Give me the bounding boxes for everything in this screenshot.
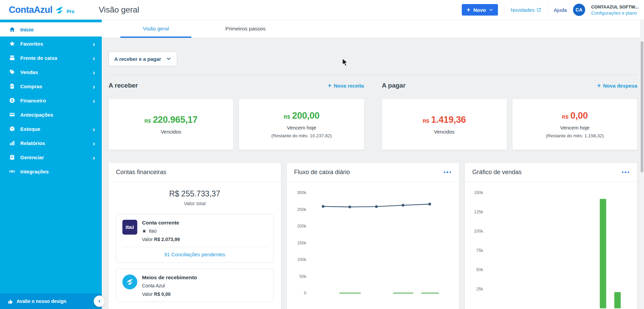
panel-menu-button[interactable] (621, 169, 630, 175)
month-remaining-note: (Restante do mês: 1.158,32) (546, 133, 604, 138)
header-divider (504, 5, 504, 14)
filter-dropdown-label: A receber e a pagar (114, 56, 161, 62)
sidebar-item-label: Início (20, 27, 33, 32)
sidebar-item-label: Financeiro (20, 98, 46, 103)
card-icon (9, 111, 16, 118)
account-settings-link[interactable]: Configurações e plano (591, 10, 639, 16)
nova-receita-button[interactable]: + Nova receita (328, 82, 364, 89)
svg-text:125k: 125k (474, 210, 483, 214)
currency-symbol: R$ (423, 118, 429, 124)
conciliations-pending-link[interactable]: 91 Conciliações pendentes (164, 252, 225, 257)
sidebar-item-gerenciar[interactable]: Gerenciar › (0, 150, 102, 164)
avatar[interactable]: CA (573, 4, 585, 16)
sidebar-item-vendas[interactable]: Vendas › (0, 65, 102, 79)
svg-text:200k: 200k (297, 224, 307, 229)
star-icon (142, 229, 146, 233)
panel-menu-button[interactable] (443, 169, 452, 175)
tag-icon (9, 69, 16, 75)
rate-design-label: Avalie o nosso design (17, 299, 66, 304)
link-icon (9, 168, 16, 175)
home-icon (9, 26, 16, 33)
sidebar-item-favoritos[interactable]: Favoritos › (0, 37, 102, 51)
document-icon (9, 83, 16, 90)
account-block: CONTAAZUL SOFTW... Configurações e plano (591, 4, 639, 16)
currency-symbol: R$ (562, 114, 568, 120)
svg-text:25k: 25k (476, 287, 483, 291)
svg-text:300k: 300k (297, 190, 307, 195)
top-header: ContaAzul Pro Visão geral + Novo Novidad… (0, 0, 644, 20)
register-icon (9, 54, 16, 61)
page-title: Visão geral (99, 5, 139, 15)
panel-title: Fluxo de caixa diário (294, 169, 350, 176)
sidebar-item-relatorios[interactable]: Relatórios › (0, 136, 102, 150)
sidebar-item-inicio[interactable]: Início (0, 22, 102, 37)
overdue-amount: 220.965,17 (153, 115, 197, 125)
header-actions: + Novo Novidades Ajuda CA CONTAAZUL SOFT… (462, 4, 644, 16)
payables-section: A pagar + Nova despesa R$1.419,36 Vencid… (382, 80, 638, 150)
sidebar-item-frente-de-caixa[interactable]: Frente de caixa › (0, 51, 102, 65)
svg-text:150k: 150k (474, 190, 483, 195)
svg-text:250k: 250k (297, 207, 307, 212)
due-today-amount: 0,00 (570, 111, 588, 121)
sidebar-item-label: Vendas (20, 69, 38, 75)
sidebar-item-label: Integrações (20, 169, 49, 174)
payables-overdue-card: R$1.419,36 Vencidos (382, 99, 507, 150)
sidebar-item-label: Relatórios (20, 140, 45, 146)
currency-symbol: R$ (144, 118, 151, 124)
tab-visao-geral[interactable]: Visão geral (120, 20, 191, 38)
dollar-icon (9, 97, 16, 104)
chevron-right-icon: › (93, 97, 95, 104)
chevron-right-icon: › (93, 40, 95, 47)
vertical-scrollbar[interactable] (640, 20, 644, 309)
receivables-due-today-card: R$200,00 Vencem hoje (Restante do mês: 1… (239, 99, 364, 150)
box-icon (9, 125, 16, 132)
sidebar-item-label: Frente de caixa (20, 55, 57, 61)
sidebar-collapse-button[interactable]: ‹ (94, 295, 105, 307)
brand-tier-label: Pro (67, 9, 74, 15)
chevron-down-icon (166, 56, 171, 62)
overdue-amount: 1.419,36 (431, 115, 466, 125)
sidebar-item-antecipacoes[interactable]: Antecipações (0, 108, 102, 122)
novo-button[interactable]: + Novo (462, 4, 498, 16)
receivables-section: A receber + Nova receita R$220.965,17 Ve… (109, 80, 364, 150)
plus-icon: + (467, 7, 470, 13)
nova-despesa-button[interactable]: + Nova despesa (597, 82, 637, 89)
sidebar-item-integracoes[interactable]: Integrações (0, 164, 102, 179)
currency-symbol: R$ (284, 114, 290, 120)
chevron-right-icon: › (93, 83, 95, 90)
novidades-link[interactable]: Novidades (510, 7, 541, 13)
payables-due-today-card: R$0,00 Vencem hoje (Restante do mês: 1.1… (512, 99, 637, 150)
month-remaining-note: (Restante do mês: 10.237,82) (271, 133, 332, 138)
dashboard-panels: Contas financeiras R$ 255.733,37 Valor t… (109, 163, 637, 309)
sidebar-item-financeiro[interactable]: Financeiro › (0, 93, 102, 108)
financial-accounts-panel: Contas financeiras R$ 255.733,37 Valor t… (109, 163, 281, 309)
tab-primeiros-passos[interactable]: Primeiros passos (210, 20, 281, 38)
header-divider (547, 5, 548, 14)
account-name: Meios de recebimento (142, 275, 197, 281)
chevron-down-icon (489, 8, 493, 12)
sidebar-item-label: Estoque (20, 126, 40, 132)
sidebar-item-label: Antecipações (20, 112, 53, 118)
clipboard-icon (9, 154, 16, 161)
sidebar-item-estoque[interactable]: Estoque › (0, 122, 102, 136)
due-today-amount: 200,00 (292, 111, 319, 121)
accounts-total-label: Valor total (116, 201, 273, 206)
valor-label: Valor (142, 291, 153, 297)
account-name: CONTAAZUL SOFTW... (591, 4, 639, 9)
svg-text:75k: 75k (476, 248, 483, 253)
filter-dropdown[interactable]: A receber e a pagar (109, 51, 177, 66)
sales-chart-svg: 150k125k100k75k50k25k (468, 187, 630, 309)
chevron-right-icon: › (93, 125, 95, 133)
sidebar-item-label: Gerenciar (20, 154, 44, 160)
ajuda-link[interactable]: Ajuda (554, 7, 567, 13)
rate-design-button[interactable]: Avalie o nosso design (0, 293, 102, 309)
sidebar: Início Favoritos › Frente de caixa › Ven… (0, 20, 102, 309)
account-card-itau: Itaú Conta corrente Itaú Valor R$ 2.073,… (116, 214, 273, 263)
chart-icon (9, 140, 16, 146)
account-name: Conta corrente (142, 220, 180, 226)
bank-name: Conta Azul (142, 283, 165, 288)
brand-logo[interactable]: ContaAzul Pro (0, 5, 99, 15)
scrollbar-thumb[interactable] (641, 41, 643, 172)
sidebar-item-compras[interactable]: Compras › (0, 79, 102, 93)
overdue-label: Vencidos (161, 129, 181, 135)
